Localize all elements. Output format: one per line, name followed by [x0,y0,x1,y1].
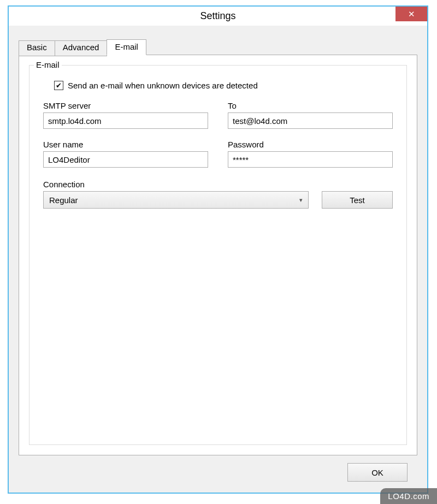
to-field: To [228,101,393,129]
window-title: Settings [200,10,235,22]
dialog-footer: OK [19,455,417,482]
password-label: Password [228,140,393,149]
send-email-checkbox[interactable]: ✔ [54,81,63,90]
username-input[interactable] [43,151,208,168]
watermark: LO4D.com [380,488,437,504]
chevron-down-icon: ▾ [299,197,303,204]
checkmark-icon: ✔ [56,82,62,89]
ok-button[interactable]: OK [347,463,408,482]
tab-email[interactable]: E-mail [107,39,146,55]
connection-selected-value: Regular [49,195,78,205]
tab-advanced[interactable]: Advanced [55,40,108,56]
smtp-field: SMTP server [43,101,208,129]
test-button[interactable]: Test [322,191,393,209]
connection-section: Connection Regular ▾ Test [43,180,393,209]
close-button[interactable]: ✕ [395,7,427,21]
settings-window: Settings ✕ Basic Advanced E-mail E-mail … [8,5,428,494]
username-label: User name [43,140,208,149]
send-email-checkbox-row: ✔ Send an e-mail when unknown devices ar… [54,81,393,90]
titlebar: Settings ✕ [9,7,427,26]
username-field: User name [43,140,208,168]
tabs: Basic Advanced E-mail [19,39,417,55]
connection-select[interactable]: Regular ▾ [43,191,309,209]
smtp-label: SMTP server [43,101,208,110]
to-label: To [228,101,393,110]
smtp-input[interactable] [43,112,208,129]
groupbox-legend: E-mail [34,60,62,69]
tab-basic[interactable]: Basic [19,40,55,56]
form-grid: SMTP server To User name Password [43,101,393,168]
connection-row: Regular ▾ Test [43,191,393,209]
to-input[interactable] [228,112,393,129]
tab-panel-email: E-mail ✔ Send an e-mail when unknown dev… [19,55,417,455]
close-icon: ✕ [408,9,415,19]
email-groupbox: E-mail ✔ Send an e-mail when unknown dev… [29,65,407,445]
connection-label: Connection [43,180,85,189]
send-email-checkbox-label: Send an e-mail when unknown devices are … [68,81,258,90]
password-input[interactable] [228,151,393,168]
password-field: Password [228,140,393,168]
window-content: Basic Advanced E-mail E-mail ✔ Send an e… [9,26,427,491]
